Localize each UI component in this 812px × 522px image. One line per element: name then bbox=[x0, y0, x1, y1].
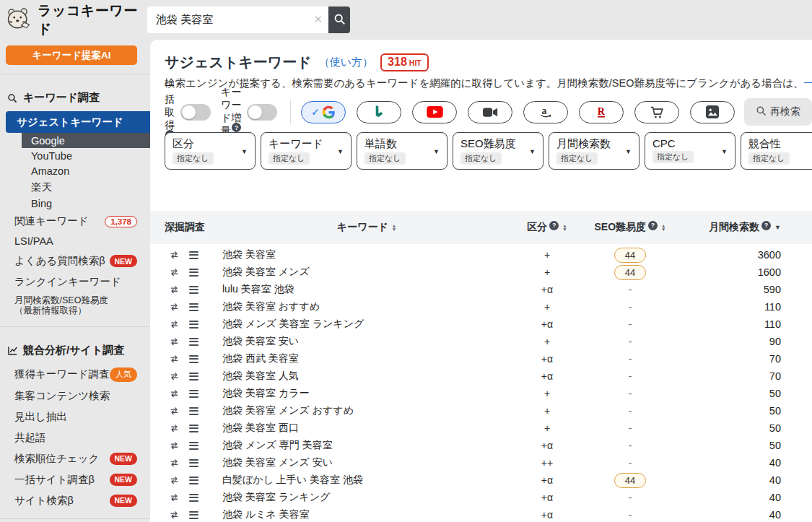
keyword-ai-button[interactable]: キーワード提案AI bbox=[6, 45, 137, 65]
drill-search-icon[interactable] bbox=[169, 371, 180, 381]
row-menu-icon[interactable] bbox=[189, 477, 198, 484]
keyword-cell[interactable]: 池袋 西武 美容室 bbox=[222, 352, 511, 365]
sidebar-item[interactable]: サイト検索βNEW bbox=[0, 490, 150, 511]
sort-icon[interactable]: ▲▼ bbox=[661, 224, 665, 232]
platform-bing-button[interactable] bbox=[357, 101, 401, 123]
sidebar-item[interactable]: サジェストキーワード bbox=[6, 111, 150, 133]
row-menu-icon[interactable] bbox=[189, 494, 198, 502]
sidebar-item[interactable]: Google bbox=[22, 133, 150, 148]
drill-search-icon[interactable] bbox=[169, 423, 180, 433]
col-header-keyword[interactable]: キーワード ▲▼ bbox=[222, 221, 511, 234]
keyword-cell[interactable]: 池袋 美容室 カラー bbox=[222, 387, 511, 400]
row-menu-icon[interactable] bbox=[189, 286, 198, 294]
search-button[interactable] bbox=[328, 6, 350, 33]
filter-区分[interactable]: 区分指定なし▼ bbox=[165, 132, 256, 170]
drill-search-icon[interactable] bbox=[169, 336, 180, 347]
drill-search-icon[interactable] bbox=[169, 440, 180, 451]
sidebar-item[interactable]: Bing bbox=[0, 196, 150, 211]
drill-search-icon[interactable] bbox=[169, 406, 180, 416]
sidebar-item[interactable]: ランクインキーワード bbox=[0, 271, 150, 292]
sidebar-item[interactable]: 楽天 bbox=[0, 178, 150, 196]
filter-キーワード[interactable]: キーワード指定なし▼ bbox=[261, 132, 352, 170]
row-menu-icon[interactable] bbox=[189, 303, 198, 311]
sidebar-item[interactable]: 検索順位チェックNEW bbox=[0, 448, 150, 469]
row-menu-icon[interactable] bbox=[189, 425, 198, 432]
filter-SEO難易度[interactable]: SEO難易度指定なし▼ bbox=[453, 132, 543, 170]
row-menu-icon[interactable] bbox=[189, 390, 198, 398]
help-icon[interactable]: ? bbox=[761, 221, 771, 230]
keyword-search-input[interactable] bbox=[147, 6, 328, 33]
sidebar-item[interactable]: よくある質問検索βNEW bbox=[0, 251, 150, 271]
keyword-cell[interactable]: 白髪ぼかし 上手い 美容室 池袋 bbox=[222, 474, 511, 487]
row-menu-icon[interactable] bbox=[189, 269, 198, 277]
row-menu-icon[interactable] bbox=[189, 442, 198, 450]
sidebar-item[interactable]: 獲得キーワード調査人気 bbox=[0, 364, 150, 386]
keyword-cell[interactable]: 池袋 美容室 メンズ おすすめ bbox=[222, 404, 511, 417]
app-logo[interactable]: ラッコキーワード bbox=[6, 1, 147, 39]
keyword-cell[interactable]: 池袋 美容室 メンズ bbox=[222, 266, 511, 279]
keyword-cell[interactable]: 池袋 美容室 メンズ 安い bbox=[222, 456, 511, 469]
keyword-cell[interactable]: 池袋 美容室 おすすめ bbox=[222, 300, 511, 313]
row-menu-icon[interactable] bbox=[189, 407, 198, 415]
keyword-cell[interactable]: 池袋 美容室 西口 bbox=[222, 422, 511, 435]
row-menu-icon[interactable] bbox=[189, 251, 198, 259]
sort-desc-icon[interactable]: ▼ bbox=[774, 224, 781, 231]
keyword-cell[interactable]: 池袋 美容室 人気 bbox=[222, 370, 511, 383]
drill-search-icon[interactable] bbox=[169, 388, 180, 399]
toggle-switch[interactable] bbox=[180, 104, 211, 121]
col-header-seo[interactable]: SEO難易度 ? ▲▼ bbox=[583, 221, 677, 234]
re-search-button[interactable]: 再検索 bbox=[744, 98, 812, 126]
row-menu-icon[interactable] bbox=[189, 373, 198, 380]
keyword-cell[interactable]: 池袋 ルミネ 美容室 bbox=[222, 508, 511, 521]
col-header-volume[interactable]: 月間検索数 ? ▼ bbox=[677, 221, 781, 234]
platform-youtube-button[interactable] bbox=[412, 101, 457, 123]
row-menu-icon[interactable] bbox=[189, 511, 198, 519]
row-menu-icon[interactable] bbox=[189, 459, 198, 467]
sidebar-item[interactable]: LSI/PAA bbox=[0, 232, 150, 251]
col-header-category[interactable]: 区分 ? ▲▼ bbox=[511, 221, 583, 234]
help-icon[interactable]: ? bbox=[232, 123, 241, 132]
sort-icon[interactable]: ▲▼ bbox=[562, 224, 567, 232]
drill-search-icon[interactable] bbox=[169, 475, 180, 485]
platform-rakuten-button[interactable]: R bbox=[579, 101, 624, 123]
platform-video-button[interactable] bbox=[468, 101, 512, 123]
drill-search-icon[interactable] bbox=[169, 458, 180, 468]
row-menu-icon[interactable] bbox=[189, 321, 198, 329]
platform-image-button[interactable] bbox=[690, 101, 735, 123]
bulk-research-link[interactable]: 一括キーワード調査機 bbox=[804, 77, 812, 89]
drill-search-icon[interactable] bbox=[169, 354, 180, 364]
sidebar-item[interactable]: Amazon bbox=[0, 163, 150, 178]
drill-search-icon[interactable] bbox=[169, 250, 180, 260]
sidebar-item[interactable]: 共起語 bbox=[0, 427, 150, 448]
keyword-cell[interactable]: 池袋 メンズ 美容室 ランキング bbox=[222, 318, 511, 331]
sidebar-item[interactable]: 関連キーワード1,378 bbox=[0, 211, 150, 232]
drill-search-icon[interactable] bbox=[169, 302, 180, 312]
drill-search-icon[interactable] bbox=[169, 492, 180, 503]
drill-search-icon[interactable] bbox=[169, 267, 180, 277]
sidebar-item[interactable]: 見出し抽出 bbox=[0, 406, 150, 427]
toggle-switch[interactable] bbox=[247, 104, 277, 121]
platform-google-button[interactable]: ✓ bbox=[301, 101, 346, 123]
keyword-cell[interactable]: 池袋 メンズ 専門 美容室 bbox=[222, 439, 511, 452]
sort-icon[interactable]: ▲▼ bbox=[392, 224, 396, 232]
drill-search-icon[interactable] bbox=[169, 284, 180, 295]
keyword-cell[interactable]: 池袋 美容室 bbox=[222, 248, 511, 261]
sidebar-item[interactable]: YouTube bbox=[0, 148, 150, 163]
filter-競合性[interactable]: 競合性指定なし▼ bbox=[741, 132, 812, 170]
platform-cart-button[interactable] bbox=[634, 101, 679, 123]
keyword-cell[interactable]: 池袋 美容室 安い bbox=[222, 335, 511, 348]
platform-amazon-button[interactable]: a bbox=[523, 101, 568, 123]
sidebar-item[interactable]: 集客コンテンツ検索 bbox=[0, 386, 150, 406]
filter-月間検索数[interactable]: 月間検索数指定なし▼ bbox=[549, 132, 639, 170]
usage-link[interactable]: （使い方） bbox=[319, 56, 373, 69]
filter-単語数[interactable]: 単語数指定なし▼ bbox=[357, 132, 448, 170]
sidebar-item[interactable]: 一括サイト調査βNEW bbox=[0, 469, 150, 490]
keyword-cell[interactable]: lulu 美容室 池袋 bbox=[222, 283, 511, 296]
help-icon[interactable]: ? bbox=[549, 221, 559, 230]
sidebar-item[interactable]: 月間検索数/SEO難易度（最新情報取得） bbox=[0, 292, 150, 319]
drill-search-icon[interactable] bbox=[169, 510, 180, 520]
help-icon[interactable]: ? bbox=[648, 221, 658, 230]
drill-search-icon[interactable] bbox=[169, 319, 180, 329]
filter-CPC[interactable]: CPC指定なし▼ bbox=[645, 132, 735, 170]
row-menu-icon[interactable] bbox=[189, 355, 198, 363]
